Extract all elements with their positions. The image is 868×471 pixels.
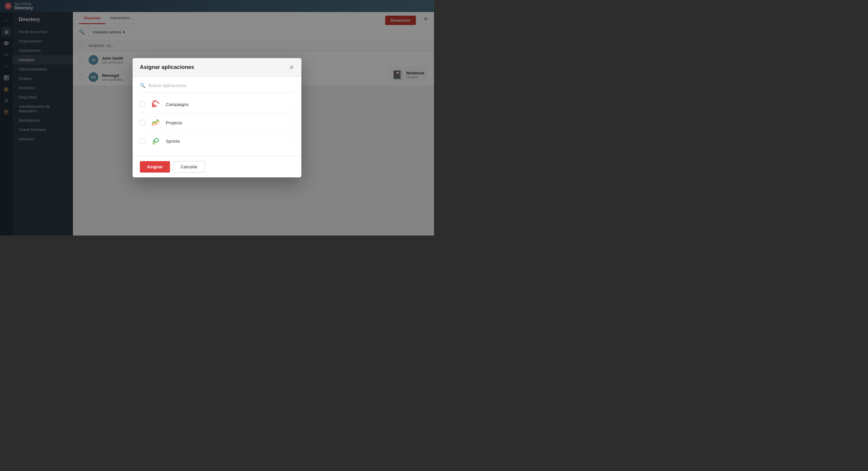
app-item-campaigns[interactable]: Campaigns › xyxy=(140,95,294,113)
search-apps-input[interactable] xyxy=(149,83,294,88)
sprints-icon xyxy=(150,136,161,146)
modal-title: Asignar aplicaciones xyxy=(140,64,194,70)
sprints-name: Sprints xyxy=(166,138,293,144)
modal-body: 🔍 Campaigns › xyxy=(133,77,301,156)
svg-point-2 xyxy=(155,143,156,144)
projects-name: Projects xyxy=(166,120,293,125)
sprints-chevron-icon: › xyxy=(293,138,294,143)
app-item-projects[interactable]: Projects › xyxy=(140,113,294,132)
campaigns-name: Campaigns xyxy=(166,102,293,107)
close-icon: ✕ xyxy=(289,64,294,71)
svg-rect-1 xyxy=(154,105,157,107)
app-item-sprints[interactable]: Sprints › xyxy=(140,132,294,150)
projects-icon xyxy=(150,117,161,128)
projects-checkbox[interactable] xyxy=(140,120,145,125)
search-icon: 🔍 xyxy=(140,83,146,88)
campaigns-chevron-icon: › xyxy=(293,102,294,107)
campaigns-checkbox[interactable] xyxy=(140,101,145,107)
campaigns-icon xyxy=(150,99,161,110)
sprints-checkbox[interactable] xyxy=(140,138,145,144)
search-box: 🔍 xyxy=(140,83,294,93)
modal-close-button[interactable]: ✕ xyxy=(289,64,294,70)
assign-button[interactable]: Asignar xyxy=(140,161,170,173)
cancel-button[interactable]: Cancelar xyxy=(173,161,205,173)
modal-footer: Asignar Cancelar xyxy=(133,156,301,177)
svg-rect-0 xyxy=(152,104,154,107)
projects-chevron-icon: › xyxy=(293,120,294,125)
modal-header: Asignar aplicaciones ✕ xyxy=(133,58,301,77)
assign-apps-modal: Asignar aplicaciones ✕ 🔍 Campaigns › xyxy=(133,58,301,177)
